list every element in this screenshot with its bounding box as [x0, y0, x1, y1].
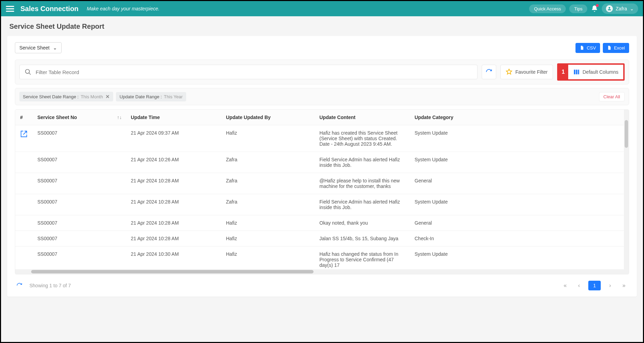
row-action-cell	[15, 173, 33, 194]
chevron-down-icon: ⌄	[53, 45, 57, 51]
quick-access-button[interactable]: Quick Access	[529, 4, 566, 13]
row-sheet-no: SS00007	[33, 231, 126, 246]
svg-rect-3	[576, 70, 577, 74]
row-updated-by: Hafiz	[221, 231, 315, 246]
default-columns-button[interactable]: Default Columns	[568, 65, 624, 79]
columns-icon	[573, 69, 580, 75]
row-update-category: General	[410, 215, 629, 231]
export-csv-button[interactable]: CSV	[575, 43, 600, 53]
search-box[interactable]	[19, 65, 478, 79]
row-sheet-no: SS00007	[33, 173, 126, 194]
chevron-down-icon: ⌄	[630, 6, 634, 11]
remove-chip-icon[interactable]: ✕	[105, 94, 110, 99]
row-sheet-no: SS00007	[33, 152, 126, 173]
report-table: # Service Sheet No ↑↓ Update Time Update…	[15, 110, 629, 270]
avatar-icon	[606, 5, 613, 12]
favourite-filter-button[interactable]: Favourite Filter	[500, 65, 553, 79]
col-update-content[interactable]: Update Content	[315, 110, 410, 125]
col-service-sheet-no[interactable]: Service Sheet No ↑↓	[33, 110, 126, 125]
refresh-button[interactable]	[482, 65, 496, 79]
table-row[interactable]: SS0000721 Apr 2024 10:28 AMHafizJalan SS…	[15, 231, 629, 246]
row-action-cell	[15, 194, 33, 215]
showing-text: Showing 1 to 7 of 7	[29, 283, 71, 288]
page-next-button[interactable]: ›	[606, 282, 615, 289]
row-updated-by: Hafiz	[221, 215, 315, 231]
topbar: Sales Connection Make each day your mast…	[1, 1, 643, 16]
file-icon	[607, 45, 612, 50]
row-update-content: @Hafiz please help to install this new m…	[315, 173, 410, 194]
table-row[interactable]: SS0000721 Apr 2024 10:28 AMZafraField Se…	[15, 194, 629, 215]
col-updated-by[interactable]: Update Updated By	[221, 110, 315, 125]
menu-icon[interactable]	[6, 4, 14, 13]
refresh-icon	[486, 69, 492, 75]
row-update-time: 21 Apr 2024 10:26 AM	[126, 152, 221, 173]
excel-label: Excel	[614, 45, 625, 51]
row-updated-by: Zafra	[221, 152, 315, 173]
page-title: Service Sheet Update Report	[1, 16, 643, 34]
row-action-cell[interactable]	[15, 125, 33, 152]
scrollbar-thumb[interactable]	[625, 120, 628, 148]
user-menu[interactable]: Zafra ⌄	[602, 3, 638, 14]
clear-all-button[interactable]: Clear All	[599, 92, 625, 101]
table-row[interactable]: SS0000721 Apr 2024 10:28 AMZafra@Hafiz p…	[15, 173, 629, 194]
col-update-category[interactable]: Update Category	[410, 110, 629, 125]
filter-chip[interactable]: Update Date Range : This Year	[116, 92, 186, 101]
filter-chip[interactable]: Service Sheet Date Range : This Month ✕	[19, 92, 113, 101]
row-update-content: Okay noted, thank you	[315, 215, 410, 231]
pager: « ‹ 1 › »	[561, 281, 628, 290]
row-updated-by: Hafiz	[221, 125, 315, 152]
col-hash[interactable]: #	[15, 110, 33, 125]
table-row[interactable]: SS0000721 Apr 2024 10:30 AMHafizHafiz ha…	[15, 246, 629, 270]
file-icon	[580, 45, 584, 50]
sheet-type-dropdown[interactable]: Service Sheet ⌄	[15, 42, 62, 53]
row-update-category: General	[410, 173, 629, 194]
row-sheet-no: SS00007	[33, 194, 126, 215]
col-update-time[interactable]: Update Time	[126, 110, 221, 125]
active-filters-row: Service Sheet Date Range : This Month ✕ …	[15, 88, 629, 105]
row-update-category: System Update	[410, 125, 629, 152]
brand-title: Sales Connection	[20, 5, 79, 13]
row-update-content: Field Service Admin has alerted Hafiz in…	[315, 194, 410, 215]
page-prev-button[interactable]: ‹	[574, 282, 583, 289]
svg-point-0	[26, 70, 30, 74]
favourite-filter-label: Favourite Filter	[515, 69, 547, 75]
open-in-new-icon[interactable]	[20, 130, 28, 138]
row-sheet-no: SS00007	[33, 246, 126, 270]
row-update-category: System Update	[410, 246, 629, 270]
row-update-category: System Update	[410, 152, 629, 173]
tips-button[interactable]: Tips	[569, 4, 587, 13]
row-sheet-no: SS00007	[33, 215, 126, 231]
csv-label: CSV	[587, 45, 596, 51]
row-action-cell	[15, 231, 33, 246]
sort-icon[interactable]: ↑↓	[117, 115, 122, 120]
export-excel-button[interactable]: Excel	[603, 43, 629, 53]
search-input[interactable]	[36, 69, 472, 75]
row-update-content: Jalan SS 15/4b, Ss 15, Subang Jaya	[315, 231, 410, 246]
page-last-button[interactable]: »	[619, 282, 628, 289]
vertical-scrollbar[interactable]	[624, 110, 629, 274]
default-columns-label: Default Columns	[583, 69, 619, 75]
refresh-icon	[16, 282, 22, 289]
row-update-category: Check-In	[410, 231, 629, 246]
notifications-icon[interactable]	[591, 5, 598, 12]
tagline: Make each day your masterpiece.	[87, 6, 160, 11]
row-sheet-no: SS00007	[33, 125, 126, 152]
scrollbar-thumb[interactable]	[31, 270, 314, 273]
row-updated-by: Zafra	[221, 173, 315, 194]
table-row[interactable]: SS0000721 Apr 2024 09:37 AMHafizHafiz ha…	[15, 125, 629, 152]
row-updated-by: Zafra	[221, 194, 315, 215]
table-row[interactable]: SS0000721 Apr 2024 10:28 AMHafizOkay not…	[15, 215, 629, 231]
table-row[interactable]: SS0000721 Apr 2024 10:26 AMZafraField Se…	[15, 152, 629, 173]
row-updated-by: Hafiz	[221, 246, 315, 270]
refresh-footer-button[interactable]	[16, 282, 23, 289]
filter-panel: Favourite Filter 1 Default Columns	[15, 60, 629, 84]
table-header-row: # Service Sheet No ↑↓ Update Time Update…	[15, 110, 629, 125]
row-update-time: 21 Apr 2024 09:37 AM	[126, 125, 221, 152]
star-icon	[506, 69, 513, 75]
row-update-content: Field Service Admin has alerted Hafiz in…	[315, 152, 410, 173]
page-first-button[interactable]: «	[561, 282, 570, 289]
row-update-content: Hafiz has changed the status from In Pro…	[315, 246, 410, 270]
page-current[interactable]: 1	[588, 281, 601, 290]
row-action-cell	[15, 152, 33, 173]
horizontal-scrollbar[interactable]	[15, 269, 629, 274]
